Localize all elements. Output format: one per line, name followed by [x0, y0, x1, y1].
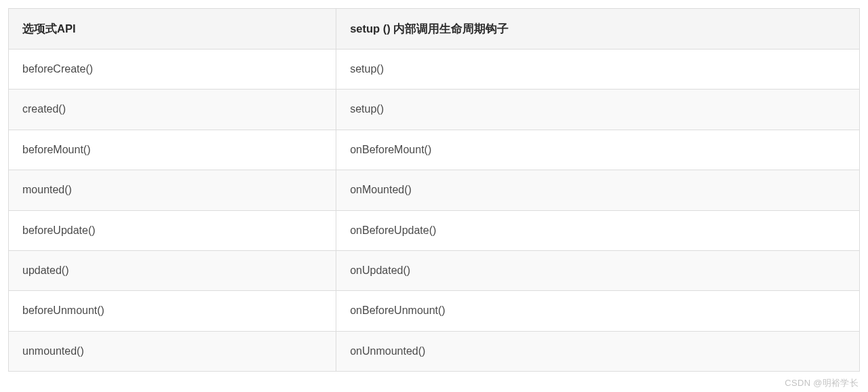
cell-options-api: mounted()	[9, 170, 336, 210]
table-row: created() setup()	[9, 90, 860, 130]
table-row: mounted() onMounted()	[9, 170, 860, 210]
header-setup-hooks: setup () 内部调用生命周期钩子	[336, 9, 860, 50]
cell-setup-hook: onBeforeUnmount()	[336, 291, 860, 331]
cell-setup-hook: onBeforeUpdate()	[336, 210, 860, 250]
cell-options-api: unmounted()	[9, 331, 336, 371]
cell-options-api: beforeUpdate()	[9, 210, 336, 250]
table-row: beforeUnmount() onBeforeUnmount()	[9, 291, 860, 331]
cell-setup-hook: setup()	[336, 50, 860, 90]
watermark: CSDN @明裕学长	[785, 377, 859, 389]
cell-options-api: beforeUnmount()	[9, 291, 336, 331]
table-row: beforeCreate() setup()	[9, 50, 860, 90]
table-row: unmounted() onUnmounted()	[9, 331, 860, 371]
table-row: updated() onUpdated()	[9, 251, 860, 291]
header-options-api: 选项式API	[9, 9, 336, 50]
table-header-row: 选项式API setup () 内部调用生命周期钩子	[9, 9, 860, 50]
cell-options-api: beforeMount()	[9, 130, 336, 170]
cell-setup-hook: setup()	[336, 90, 860, 130]
cell-options-api: created()	[9, 90, 336, 130]
cell-setup-hook: onUnmounted()	[336, 331, 860, 371]
cell-options-api: updated()	[9, 251, 336, 291]
cell-setup-hook: onMounted()	[336, 170, 860, 210]
cell-options-api: beforeCreate()	[9, 50, 336, 90]
table-row: beforeMount() onBeforeMount()	[9, 130, 860, 170]
cell-setup-hook: onUpdated()	[336, 251, 860, 291]
lifecycle-table: 选项式API setup () 内部调用生命周期钩子 beforeCreate(…	[8, 8, 860, 372]
table-row: beforeUpdate() onBeforeUpdate()	[9, 210, 860, 250]
cell-setup-hook: onBeforeMount()	[336, 130, 860, 170]
